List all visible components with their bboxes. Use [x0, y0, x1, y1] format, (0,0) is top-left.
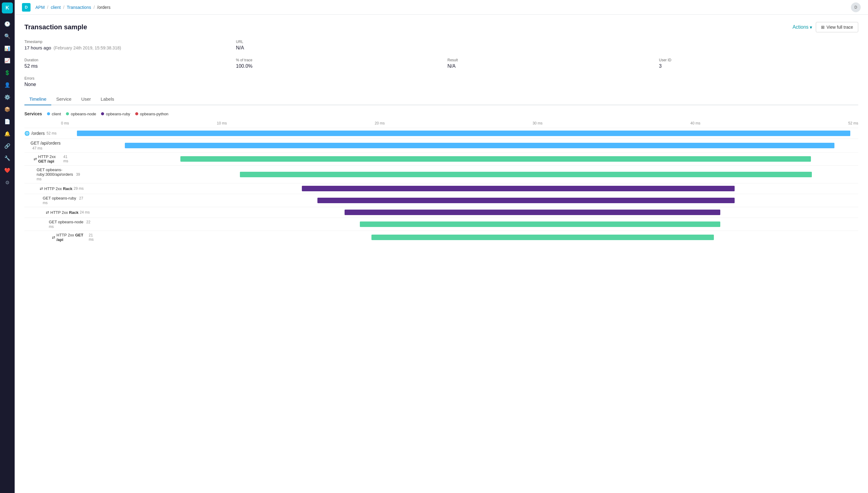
- sidebar: K 🕐 🔍 📊 📈 💲 👤 ⚙️ 📦 📄 🔔 🔗 🔧 ❤️ ⚙: [0, 0, 15, 493]
- tab-labels[interactable]: Labels: [96, 93, 119, 105]
- top-nav: D APM / client / Transactions / /orders …: [15, 0, 868, 15]
- user-avatar[interactable]: D: [851, 2, 861, 12]
- sidebar-item-search[interactable]: 🔍: [2, 30, 13, 42]
- ruler-52ms: 52 ms: [848, 121, 858, 125]
- tl-ms-http-2xx-rack-2: 24 ms: [80, 210, 90, 214]
- view-trace-label: View full trace: [826, 25, 853, 29]
- metadata-row-1: Timestamp 17 hours ago (February 24th 20…: [24, 40, 858, 51]
- tl-bar-area-get-opbeans-ruby: [85, 171, 858, 178]
- actions-button[interactable]: Actions ▾: [792, 24, 812, 30]
- table-row[interactable]: ⇄ HTTP 2xx GET /api 21 ms: [24, 231, 858, 244]
- pct-trace-label: % of trace: [236, 58, 435, 62]
- table-row[interactable]: ⇄ HTTP 2xx Rack 29 ms: [24, 183, 858, 194]
- tl-name-get-opbeans-node: GET opbeans-node: [49, 220, 83, 224]
- service-client: client: [47, 112, 61, 116]
- service-opbeans-node-dot: [66, 112, 69, 115]
- timeline-bars: 🌐 /orders 52 ms GET /api/orders 47 ms: [24, 128, 858, 244]
- sidebar-item-dev[interactable]: 🔧: [2, 152, 13, 164]
- errors-label: Errors: [24, 76, 858, 81]
- ruler-30ms: 30 ms: [533, 121, 543, 125]
- tl-row-label-get-api-orders: GET /api/orders 47 ms: [24, 141, 61, 150]
- services-legend: Services client opbeans-node opbeans-rub…: [24, 111, 858, 116]
- service-opbeans-node-label: opbeans-node: [71, 112, 96, 116]
- tl-row-label-get-opbeans-node: GET opbeans-node 22 ms: [24, 220, 91, 229]
- service-opbeans-ruby: opbeans-ruby: [101, 112, 130, 116]
- tabs: Timeline Service User Labels: [24, 93, 858, 105]
- sidebar-item-dashboard[interactable]: 📊: [2, 43, 13, 54]
- sidebar-item-apm[interactable]: 💲: [2, 67, 13, 78]
- time-ruler: 0 ms 10 ms 20 ms 30 ms 40 ms 52 ms: [24, 121, 858, 128]
- tl-name-get-opbeans-ruby-2: GET opbeans-ruby: [43, 196, 76, 200]
- table-row[interactable]: ⇄ HTTP 2xx GET /api 41 ms: [24, 152, 858, 165]
- metadata-section: Timestamp 17 hours ago (February 24th 20…: [24, 40, 858, 87]
- table-row[interactable]: GET opbeans-ruby 27 ms: [24, 194, 858, 207]
- chevron-down-icon: ▾: [810, 24, 812, 30]
- metadata-row-2: Duration 52 ms % of trace 100.0% Result …: [24, 58, 858, 69]
- tl-bar-get-opbeans-ruby: [240, 172, 812, 177]
- sidebar-item-packages[interactable]: 📦: [2, 104, 13, 115]
- tab-timeline[interactable]: Timeline: [24, 93, 51, 105]
- breadcrumb-sep-3: /: [93, 5, 94, 10]
- timestamp-full: (February 24th 2019, 15:59:38.318): [54, 45, 121, 50]
- ruler-20ms: 20 ms: [375, 121, 385, 125]
- tl-bar-area-orders: [61, 130, 858, 137]
- tl-name-http-2xx-rack-2: HTTP 2xx Rack: [50, 210, 79, 215]
- tab-user[interactable]: User: [76, 93, 96, 105]
- sidebar-item-integrations[interactable]: ⚙️: [2, 91, 13, 103]
- tl-bar-area-http-2xx-get-api-2: [98, 234, 858, 241]
- table-row[interactable]: 🌐 /orders 52 ms: [24, 128, 858, 138]
- page-title: Transaction sample: [24, 23, 87, 31]
- tl-row-label-http-2xx-rack-2: ⇄ HTTP 2xx Rack 24 ms: [24, 210, 91, 215]
- table-row[interactable]: GET /api/orders 47 ms: [24, 138, 858, 152]
- tl-ms-get-api-orders: 47 ms: [33, 146, 42, 150]
- tl-bar-area-get-opbeans-ruby-2: [85, 197, 858, 204]
- tl-bar-get-opbeans-node: [360, 221, 720, 227]
- service-opbeans-python: opbeans-python: [135, 112, 168, 116]
- tl-row-label-get-opbeans-ruby-2: GET opbeans-ruby 27 ms: [24, 196, 85, 205]
- table-row[interactable]: GET opbeans-ruby:3000/api/orders 39 ms: [24, 165, 858, 183]
- tl-bar-http-2xx-get-api: [181, 156, 811, 162]
- breadcrumb-apm[interactable]: APM: [36, 5, 45, 10]
- breadcrumb-transactions[interactable]: Transactions: [67, 5, 91, 10]
- service-opbeans-python-label: opbeans-python: [140, 112, 168, 116]
- view-full-trace-button[interactable]: ⊞ View full trace: [816, 22, 858, 33]
- user-id-value: 3: [659, 63, 858, 69]
- sidebar-item-mlops[interactable]: 🔗: [2, 140, 13, 151]
- table-row[interactable]: ⇄ HTTP 2xx Rack 24 ms: [24, 207, 858, 217]
- sidebar-item-logs[interactable]: 📄: [2, 116, 13, 127]
- tl-ms-http-2xx: 41 ms: [63, 155, 70, 163]
- service-opbeans-ruby-dot: [101, 112, 104, 115]
- metadata-row-3: Errors None: [24, 76, 858, 87]
- sidebar-item-metrics[interactable]: 📈: [2, 55, 13, 66]
- errors-value: None: [24, 82, 858, 87]
- breadcrumb-client[interactable]: client: [51, 5, 61, 10]
- sidebar-item-recents[interactable]: 🕐: [2, 18, 13, 29]
- tl-bar-http-2xx-get-api-2: [372, 235, 714, 240]
- tl-row-label-http-2xx-get-api-2: ⇄ HTTP 2xx GET /api 21 ms: [24, 233, 98, 242]
- service-client-dot: [47, 112, 50, 115]
- topnav-logo: D: [22, 3, 30, 12]
- tl-bar-http-2xx-rack: [302, 186, 735, 191]
- sidebar-item-settings[interactable]: ⚙: [2, 177, 13, 188]
- tl-bar-area-get-api-orders: [61, 142, 858, 149]
- breadcrumb: APM / client / Transactions / /orders: [36, 5, 110, 10]
- meta-duration: Duration 52 ms: [24, 58, 224, 69]
- services-label: Services: [24, 111, 42, 116]
- tl-bar-get-api-orders: [125, 143, 834, 148]
- globe-icon: 🌐: [24, 131, 29, 136]
- topnav-right: D: [851, 2, 861, 12]
- sidebar-item-monitoring[interactable]: ❤️: [2, 165, 13, 176]
- arrows2-icon: ⇄: [40, 187, 43, 191]
- tl-bar-area-http-2xx-get-api: [70, 156, 858, 162]
- sidebar-item-user[interactable]: 👤: [2, 79, 13, 90]
- tl-bar-area-http-2xx-rack: [85, 185, 858, 192]
- tl-name-orders: /orders: [31, 131, 45, 136]
- tab-service[interactable]: Service: [51, 93, 76, 105]
- meta-user-id: User ID 3: [659, 58, 858, 69]
- timestamp-label: Timestamp: [24, 40, 224, 44]
- table-row[interactable]: GET opbeans-node 22 ms: [24, 217, 858, 231]
- service-opbeans-node: opbeans-node: [66, 112, 96, 116]
- sidebar-item-alerts[interactable]: 🔔: [2, 128, 13, 139]
- url-value: N/A: [236, 45, 858, 51]
- tl-row-label-http-2xx-get-api: ⇄ HTTP 2xx GET /api 41 ms: [24, 154, 70, 164]
